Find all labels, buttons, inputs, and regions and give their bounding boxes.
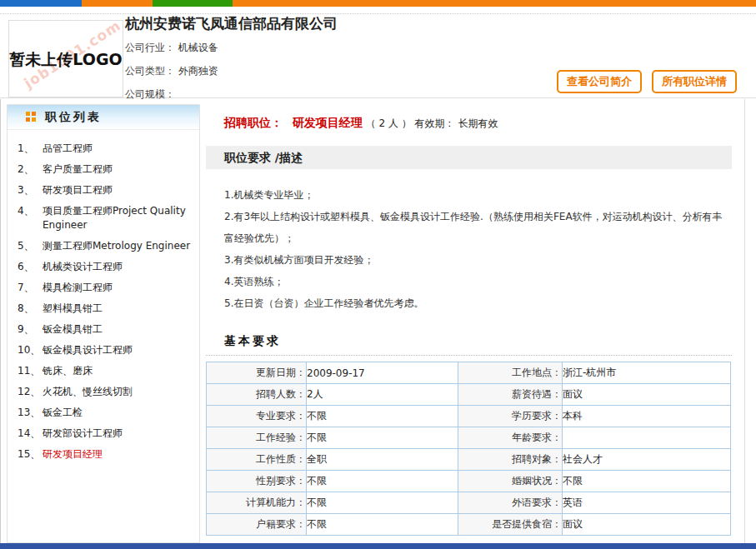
table-value: 浙江-杭州市	[563, 362, 731, 384]
sidebar-item[interactable]: 2、客户质量工程师	[18, 162, 194, 177]
table-label: 户籍要求：	[207, 514, 307, 536]
requirements-list: 1.机械类专业毕业；2.有3年以上结构设计或塑料模具、钣金模具设计工作经验.（熟…	[224, 184, 732, 314]
footer-strip	[0, 543, 756, 549]
item-number: 7、	[18, 281, 43, 295]
requirement-line: 4.英语熟练；	[224, 271, 732, 292]
sidebar-item[interactable]: 5、测量工程师Metrology Engineer	[18, 239, 194, 253]
table-label: 工作性质：	[207, 449, 307, 471]
table-label: 专业要求：	[207, 406, 307, 427]
table-row: 专业要求：不限学历要求：本科	[207, 406, 731, 427]
sidebar-item[interactable]: 3、研发项目工程师	[18, 183, 194, 197]
item-number: 10、	[18, 343, 43, 357]
table-row: 工作性质：全职招聘对象：社会人才	[207, 449, 731, 471]
color-segment	[233, 0, 756, 7]
item-number: 1、	[18, 142, 43, 156]
item-number: 9、	[18, 322, 43, 337]
company-industry: 公司行业： 机械设备	[125, 41, 338, 55]
sidebar-item[interactable]: 13、钣金工检	[18, 406, 194, 420]
company-industry-value: 机械设备	[178, 42, 218, 53]
table-value: 2009-09-17	[307, 362, 458, 384]
logo-placeholder-text: 暂未上传LOGO	[9, 49, 123, 71]
basic-requirements-body: 更新日期：2009-09-17工作地点：浙江-杭州市招聘人数：2人薪资待遇：面议…	[207, 362, 731, 536]
job-link[interactable]: 客户质量工程师	[43, 162, 113, 177]
requirement-line: 1.机械类专业毕业；	[224, 184, 732, 206]
table-label: 是否提供食宿：	[458, 514, 563, 536]
color-segment	[153, 0, 233, 7]
content-area: 职位列表 1、品管工程师2、客户质量工程师3、研发项目工程师4、项目质量工程师P…	[0, 99, 745, 543]
validity-value: 长期有效	[458, 117, 498, 129]
sidebar-item[interactable]: 8、塑料模具钳工	[18, 302, 194, 316]
job-list: 1、品管工程师2、客户质量工程师3、研发项目工程师4、项目质量工程师Projec…	[8, 130, 199, 462]
sidebar-item[interactable]: 6、机械类设计工程师	[18, 260, 194, 274]
item-number: 5、	[18, 239, 43, 253]
basic-requirements-table: 更新日期：2009-09-17工作地点：浙江-杭州市招聘人数：2人薪资待遇：面议…	[206, 362, 731, 536]
sidebar-item[interactable]: 12、火花机、慢丝线切割	[18, 385, 194, 399]
table-row: 计算机能力：不限外语要求：英语	[207, 492, 731, 514]
basic-requirements-title: 基本要求	[224, 334, 732, 349]
job-list-title: 职位列表	[45, 110, 102, 125]
company-name: 杭州安费诺飞凤通信部品有限公司	[125, 14, 338, 33]
job-header: 招聘职位： 研发项目经理 （ 2 人 ） 有效期： 长期有效	[224, 116, 732, 131]
job-link[interactable]: 钣金模具钳工	[43, 322, 103, 337]
item-number: 2、	[18, 162, 43, 177]
table-label: 学历要求：	[458, 406, 563, 427]
table-value: 面议	[563, 384, 731, 406]
item-number: 12、	[18, 385, 43, 399]
job-position-label: 招聘职位：	[224, 116, 283, 129]
job-link[interactable]: 研发项目经理	[43, 447, 103, 462]
table-value: 不限	[307, 514, 458, 536]
table-row: 性别要求：不限婚姻状况：不限	[207, 471, 731, 492]
job-detail-panel: 招聘职位： 研发项目经理 （ 2 人 ） 有效期： 长期有效 职位要求 /描述 …	[206, 104, 744, 543]
sidebar-item[interactable]: 11、铣床、磨床	[18, 364, 194, 378]
validity-label: 有效期：	[415, 117, 455, 129]
sidebar-item[interactable]: 14、研发部设计工程师	[18, 427, 194, 441]
top-color-strip	[0, 0, 756, 7]
table-label: 年龄要求：	[458, 427, 563, 449]
sidebar-item[interactable]: 9、钣金模具钳工	[18, 322, 194, 337]
table-row: 更新日期：2009-09-17工作地点：浙江-杭州市	[207, 362, 731, 384]
table-value: 2人	[307, 384, 458, 406]
company-industry-label: 公司行业：	[125, 42, 175, 53]
company-type-value: 外商独资	[178, 65, 218, 77]
table-row: 户籍要求：不限是否提供食宿：面议	[207, 514, 731, 536]
table-label: 薪资待遇：	[458, 384, 563, 406]
job-link[interactable]: 测量工程师Metrology Engineer	[43, 239, 190, 253]
sidebar-item[interactable]: 10、钣金模具设计工程师	[18, 343, 194, 357]
table-label: 招聘对象：	[458, 449, 563, 471]
table-label: 婚姻状况：	[458, 471, 563, 492]
company-type: 公司类型： 外商独资	[125, 64, 338, 78]
table-value: 不限	[307, 427, 458, 449]
job-link[interactable]: 模具检测工程师	[43, 281, 113, 295]
job-link[interactable]: 研发部设计工程师	[43, 427, 123, 441]
table-value: 全职	[307, 449, 458, 471]
job-link[interactable]: 塑料模具钳工	[43, 302, 103, 316]
sidebar-item[interactable]: 4、项目质量工程师Project Quality Engineer	[18, 204, 194, 232]
all-jobs-button[interactable]: 所有职位详情	[652, 70, 737, 93]
job-link[interactable]: 研发项目工程师	[43, 183, 113, 197]
job-link[interactable]: 钣金模具设计工程师	[43, 343, 133, 357]
job-link[interactable]: 品管工程师	[43, 142, 93, 156]
table-value: 不限	[307, 406, 458, 427]
job-link[interactable]: 机械类设计工程师	[43, 260, 123, 274]
table-value	[563, 427, 731, 449]
company-profile-button[interactable]: 查看公司简介	[557, 70, 642, 93]
sidebar-item[interactable]: 7、模具检测工程师	[18, 281, 194, 295]
table-value: 面议	[563, 514, 731, 536]
color-segment	[0, 0, 82, 7]
sidebar-item[interactable]: 1、品管工程师	[18, 142, 194, 156]
job-link[interactable]: 钣金工检	[43, 406, 83, 420]
dotted-divider	[206, 355, 732, 356]
item-number: 13、	[18, 406, 43, 420]
requirement-line: 5.在日资（台资）企业工作经验者优先考虑。	[224, 292, 732, 314]
table-label: 工作经验：	[207, 427, 307, 449]
job-link[interactable]: 铣床、磨床	[43, 364, 93, 378]
table-row: 招聘人数：2人薪资待遇：面议	[207, 384, 731, 406]
company-logo-placeholder: job1001.com 暂未上传LOGO	[8, 20, 123, 97]
table-label: 工作地点：	[458, 362, 563, 384]
job-link[interactable]: 项目质量工程师Project Quality Engineer	[43, 204, 194, 232]
table-row: 工作经验：不限年龄要求：	[207, 427, 731, 449]
job-link[interactable]: 火花机、慢丝线切割	[43, 385, 133, 399]
sidebar-item[interactable]: 15、研发项目经理	[18, 447, 194, 462]
job-headcount: （ 2 人 ）	[366, 117, 412, 129]
requirements-section-title: 职位要求 /描述	[206, 146, 732, 169]
